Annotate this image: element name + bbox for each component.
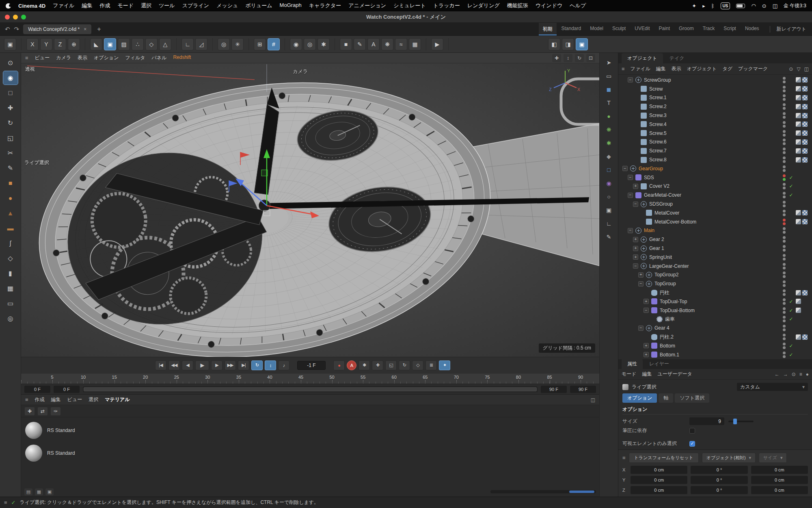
render-picture-viewer-icon[interactable]: ◎ (304, 38, 316, 50)
measure-icon[interactable]: ∟ (603, 218, 615, 229)
selection-tag-icon[interactable] (796, 86, 801, 91)
goto-end-icon[interactable]: ▶| (238, 360, 249, 370)
material-menu-icon[interactable]: ≡ (25, 397, 28, 403)
selection-tag-icon[interactable] (796, 334, 801, 340)
control-center-icon[interactable]: ◫ (773, 3, 777, 9)
polygons-mode-icon[interactable]: △ (159, 38, 171, 50)
layout-left-icon[interactable]: ◧ (548, 38, 560, 50)
volume-icon[interactable]: ◆ (603, 151, 615, 162)
material-menu-作成[interactable]: 作成 (35, 396, 45, 403)
expand-toggle-icon[interactable]: + (633, 254, 638, 260)
key-pla-icon[interactable]: ≣ (425, 360, 437, 370)
menubar-item[interactable]: キャラクター (309, 2, 341, 9)
object-tree-row[interactable]: −TopDual-Bottom✓ (618, 306, 812, 315)
filter-icon[interactable]: ▽ (797, 66, 800, 72)
object-tree-row[interactable]: 円柱.2 (618, 332, 812, 341)
panel-icon[interactable]: ◫ (591, 397, 595, 403)
visibility-dots-icon[interactable] (783, 325, 786, 331)
object-tree-row[interactable]: Screw (618, 85, 812, 93)
material-item[interactable]: RS Standard (25, 442, 595, 465)
history-forward-icon[interactable]: → (783, 371, 788, 377)
camera-object-icon[interactable]: ◎ (3, 312, 18, 325)
expand-toggle-icon[interactable]: − (628, 77, 633, 82)
panel-icon[interactable]: ◫ (804, 66, 809, 72)
visibility-dots-icon[interactable] (783, 210, 786, 216)
visibility-dots-icon[interactable] (783, 280, 786, 287)
zoom-window-button[interactable] (21, 15, 26, 20)
sphere-icon[interactable]: ○ (603, 191, 615, 202)
key-param-icon[interactable]: ◇ (412, 360, 423, 370)
keyframe-settings-icon[interactable]: ✱ (358, 360, 370, 370)
expand-toggle-icon[interactable]: + (633, 237, 638, 242)
battery-icon[interactable] (736, 4, 745, 8)
mograph-icon[interactable]: ◉ (603, 178, 615, 189)
axis-y-toggle[interactable]: Y (40, 38, 52, 50)
visibility-dots-icon[interactable] (783, 94, 786, 101)
selection-tag-icon[interactable] (796, 219, 801, 224)
layout-tab-Standard[interactable]: Standard (557, 23, 585, 35)
viewport-menu-パネル[interactable]: パネル (152, 54, 167, 61)
selection-tag-icon[interactable] (796, 157, 801, 163)
snap-key-icon[interactable]: ✦ (439, 360, 450, 370)
history-back-icon[interactable]: ← (775, 371, 780, 377)
attribute-menu-ユーザーデータ[interactable]: ユーザーデータ (658, 371, 692, 378)
object-tree-row[interactable]: −GearGroup (618, 164, 812, 173)
selection-tag-icon[interactable] (796, 210, 801, 215)
object-tree-row[interactable]: MetalCover (618, 208, 812, 217)
layout-right-icon[interactable]: ◨ (562, 38, 574, 50)
visibility-dots-icon[interactable] (783, 271, 786, 278)
menubar-item[interactable]: メッシュ (216, 2, 238, 9)
texture-mode-icon[interactable]: ▨ (118, 38, 130, 50)
text-tool-icon[interactable]: A (367, 38, 380, 50)
eyedropper-icon[interactable]: ✑ (50, 407, 61, 416)
object-tree-row[interactable]: +Gear 2 (618, 235, 812, 244)
viewport-panel[interactable]: ≡ ビューカメラ表示オプションフィルタパネルRedshift ✚↕↻⊡ (21, 53, 599, 357)
isolate-icon[interactable]: ✳ (231, 38, 244, 50)
tab-takes[interactable]: テイク (664, 53, 690, 63)
menubar-item[interactable]: スプライン (182, 2, 209, 9)
layout-tab-Script[interactable]: Script (719, 23, 740, 35)
close-tab-icon[interactable]: × (84, 26, 86, 32)
menubar-item[interactable]: レンダリング (467, 2, 500, 9)
menubar-item[interactable]: MoGraph (280, 2, 302, 9)
object-tree-row[interactable]: MetalCover-Bottom (618, 217, 812, 226)
selection-tag-icon[interactable] (796, 130, 801, 136)
object-tree-row[interactable]: −Main (618, 226, 812, 235)
mograph-icon[interactable]: ❋ (381, 38, 393, 50)
checkbox[interactable]: ✓ (689, 441, 695, 447)
selection-tag-icon[interactable] (796, 308, 801, 313)
range-start-field[interactable]: 0 F (24, 386, 50, 393)
viewport-menu-ビュー[interactable]: ビュー (35, 54, 50, 61)
new-layout-button[interactable]: 新レイアウト (777, 26, 808, 33)
expand-toggle-icon[interactable]: − (644, 308, 649, 313)
uv-tag-icon[interactable] (802, 86, 808, 91)
list-view-icon[interactable]: ▤ (24, 488, 32, 495)
object-tree-row[interactable]: +Gear 1 (618, 244, 812, 253)
frame-region-icon[interactable]: ▭ (603, 70, 615, 82)
selection-tag-icon[interactable] (796, 104, 801, 109)
material-scrollbar[interactable] (490, 490, 596, 493)
close-window-button[interactable] (5, 15, 10, 20)
uv-tag-icon[interactable] (802, 148, 808, 154)
simulation-icon[interactable]: ≈ (395, 38, 407, 50)
key-rotation-icon[interactable]: ↻ (399, 360, 410, 370)
bluetooth-icon[interactable]: ᛒ (711, 3, 715, 9)
uv-tag-icon[interactable] (802, 113, 808, 118)
uv-tag-icon[interactable] (802, 77, 808, 82)
object-tree-row[interactable]: +TopDual-Top✓ (618, 297, 812, 306)
preset-dropdown[interactable]: カスタム (737, 383, 808, 391)
document-tab[interactable]: Watch ConceptV2.c4d * × (23, 24, 91, 34)
object-tree-row[interactable]: −SDS✓ (618, 173, 812, 182)
enabled-check-icon[interactable]: ✓ (788, 343, 794, 349)
menubar-item[interactable]: シミュレート (393, 2, 426, 9)
expand-toggle-icon[interactable]: − (628, 228, 633, 233)
autokey-icon[interactable]: A (347, 360, 356, 370)
rectangle-selection-tool-icon[interactable]: □ (3, 86, 18, 100)
minimize-window-button[interactable] (13, 15, 18, 20)
expand-toggle-icon[interactable]: − (633, 202, 638, 207)
points-mode-icon[interactable]: ∴ (132, 38, 144, 50)
uv-tag-icon[interactable] (802, 334, 808, 340)
menubar-clock[interactable]: 金 午後3:3 (784, 2, 806, 9)
object-tree-row[interactable]: −ScrewGroup (618, 76, 812, 85)
enabled-check-icon[interactable]: ✓ (788, 299, 794, 304)
